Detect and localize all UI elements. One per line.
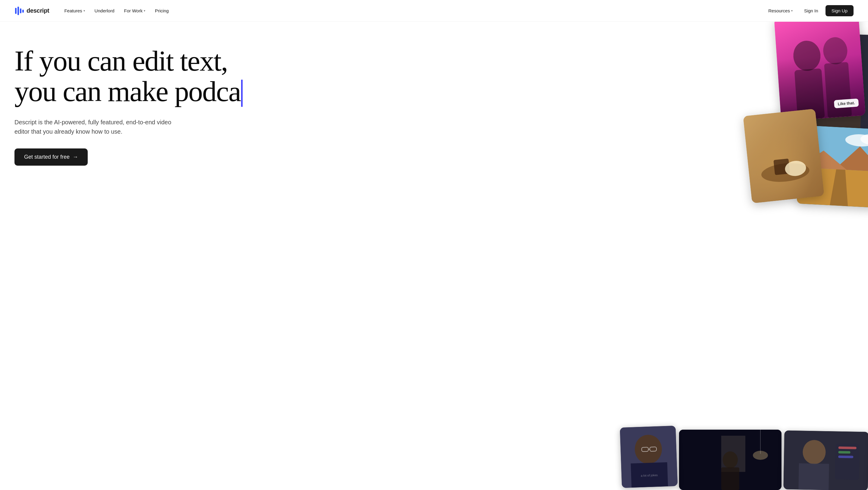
video-card-dark-top: 📹 <box>797 33 868 132</box>
svg-rect-2 <box>20 8 22 13</box>
svg-rect-5 <box>795 68 825 120</box>
brand-name: descript <box>27 7 49 14</box>
resources-chevron-icon: ▾ <box>791 9 793 12</box>
svg-point-13 <box>761 161 810 184</box>
svg-rect-7 <box>824 62 852 118</box>
svg-rect-0 <box>15 8 17 14</box>
video-card-food <box>743 109 824 203</box>
for-work-chevron-icon: ▾ <box>144 9 145 12</box>
text-cursor <box>241 80 243 107</box>
nav-link-features[interactable]: Features ▾ <box>60 6 89 16</box>
svg-rect-27 <box>642 447 648 452</box>
svg-point-34 <box>723 451 738 468</box>
sign-up-button[interactable]: Sign Up <box>826 5 854 16</box>
hero-headline: If you can edit text, you can make podca <box>14 46 304 108</box>
food-illustration <box>743 109 824 203</box>
svg-rect-35 <box>721 467 739 490</box>
desert-overlay <box>797 125 868 208</box>
nav-right: Resources ▾ Sign In Sign Up <box>764 5 854 16</box>
svg-rect-30 <box>679 430 781 490</box>
nav-links: Features ▾ Underlord For Work ▾ Pricing <box>60 6 173 16</box>
video-collage: Like that. 📹 <box>645 22 868 490</box>
svg-point-4 <box>792 40 822 72</box>
navbar: descript Features ▾ Underlord For Work ▾… <box>0 0 868 22</box>
svg-rect-40 <box>838 446 857 449</box>
thumb-card-equipment <box>783 431 868 490</box>
svg-rect-16 <box>799 125 868 172</box>
svg-point-9 <box>821 49 856 85</box>
svg-rect-42 <box>838 456 853 458</box>
svg-point-6 <box>822 36 848 65</box>
svg-rect-41 <box>838 451 850 454</box>
svg-point-18 <box>860 133 868 145</box>
svg-rect-10 <box>812 83 862 131</box>
sign-in-button[interactable]: Sign In <box>799 6 823 16</box>
descript-logo-icon <box>14 6 24 16</box>
thumb-card-person-glasses: a lot of jokes <box>620 426 678 488</box>
features-chevron-icon: ▾ <box>84 9 85 12</box>
nav-link-underlord[interactable]: Underlord <box>90 6 119 16</box>
svg-rect-39 <box>835 443 860 480</box>
hero-content: If you can edit text, you can make podca… <box>14 46 304 166</box>
svg-point-37 <box>803 440 826 464</box>
svg-point-33 <box>753 451 768 460</box>
svg-point-24 <box>634 434 662 464</box>
arrow-icon: → <box>73 154 78 160</box>
svg-text:📹: 📹 <box>835 99 840 105</box>
person-illustration-2: 📹 <box>797 33 868 132</box>
svg-point-15 <box>784 160 807 177</box>
bottom-video-cards: a lot of jokes <box>621 417 868 490</box>
svg-rect-23 <box>620 426 678 488</box>
nav-link-pricing[interactable]: Pricing <box>151 6 173 16</box>
hero-section: If you can edit text, you can make podca… <box>0 22 868 490</box>
svg-text:a lot of jokes: a lot of jokes <box>641 473 658 477</box>
svg-rect-28 <box>650 447 656 451</box>
svg-marker-19 <box>835 145 868 172</box>
nav-link-for-work[interactable]: For Work ▾ <box>120 6 149 16</box>
svg-rect-36 <box>783 431 868 490</box>
svg-rect-38 <box>798 463 829 490</box>
video-card-pink-inner: Like that. <box>774 22 865 121</box>
hero-subtext: Descript is the AI-powered, fully featur… <box>14 118 177 136</box>
video-card-pink: Like that. <box>774 22 865 121</box>
svg-rect-31 <box>721 436 745 472</box>
svg-rect-14 <box>773 158 790 175</box>
equipment-illustration <box>783 431 868 490</box>
thumb-card-cinematic <box>679 430 781 490</box>
svg-marker-20 <box>799 149 848 170</box>
svg-rect-25 <box>631 462 668 488</box>
nav-left: descript Features ▾ Underlord For Work ▾… <box>14 6 173 16</box>
painting-overlay <box>743 109 824 203</box>
svg-rect-12 <box>743 109 824 203</box>
logo[interactable]: descript <box>14 6 49 16</box>
svg-marker-22 <box>830 169 849 206</box>
cinematic-illustration <box>679 430 781 490</box>
nav-link-resources[interactable]: Resources ▾ <box>764 6 797 16</box>
desert-illustration <box>797 125 868 208</box>
like-badge: Like that. <box>834 98 859 108</box>
glasses-person-illustration: a lot of jokes <box>620 426 678 488</box>
svg-rect-3 <box>22 10 24 13</box>
svg-rect-8 <box>797 33 868 132</box>
svg-rect-21 <box>797 168 868 208</box>
video-card-desert <box>797 125 868 208</box>
svg-point-17 <box>845 134 868 147</box>
get-started-button[interactable]: Get started for free → <box>14 148 88 166</box>
people-illustration <box>774 22 865 121</box>
svg-rect-1 <box>18 7 19 15</box>
